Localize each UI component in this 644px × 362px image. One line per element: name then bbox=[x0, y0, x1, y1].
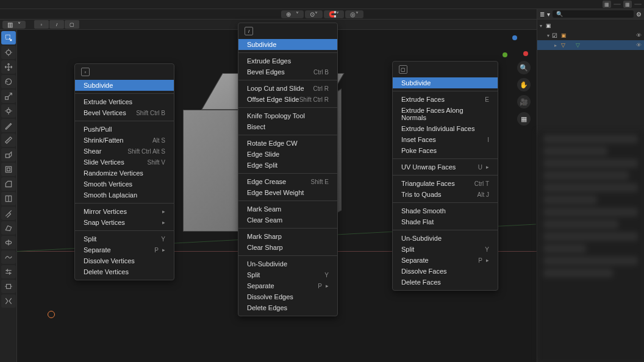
axis-y-ball[interactable] bbox=[503, 52, 507, 57]
rotate-tool[interactable] bbox=[1, 75, 16, 88]
edge-slide-tool[interactable] bbox=[1, 265, 16, 279]
face-menu-delete-faces[interactable]: Delete Faces bbox=[393, 277, 498, 288]
edge-menu-delete-edges[interactable]: Delete Edges bbox=[238, 302, 337, 313]
poly-build-tool[interactable] bbox=[1, 221, 16, 235]
edge-menu-dissolve-edges[interactable]: Dissolve Edges bbox=[238, 291, 337, 302]
layer-browse-icon[interactable]: ▦ bbox=[623, 1, 632, 8]
zoom-icon[interactable]: 🔍 bbox=[517, 61, 531, 74]
edge-menu-split[interactable]: SplitY bbox=[238, 269, 337, 280]
select-box-tool[interactable] bbox=[1, 31, 16, 44]
face-menu-separate[interactable]: SeparateP▸ bbox=[393, 255, 498, 266]
outliner-tree[interactable]: ▾ ▣ ▾ ☑ ▣ 👁 ▸ ▽ ▽ 👁 bbox=[537, 20, 644, 51]
mode-dropdown[interactable]: ▥ ˅ bbox=[2, 21, 26, 29]
scene-name[interactable] bbox=[614, 4, 621, 5]
disclosure-icon[interactable]: ▸ bbox=[554, 43, 557, 48]
edge-menu-offset-edge-slide[interactable]: Offset Edge SlideShift Ctrl R bbox=[238, 94, 337, 105]
proportional-dropdown[interactable]: ◎˅ bbox=[345, 10, 363, 18]
face-menu-dissolve-faces[interactable]: Dissolve Faces bbox=[393, 266, 498, 277]
face-menu-split[interactable]: SplitY bbox=[393, 244, 498, 255]
vertex-menu-snap-vertices[interactable]: Snap Vertices▸ bbox=[75, 217, 174, 228]
face-select-mode[interactable]: ▢ bbox=[65, 20, 79, 29]
filter-icon[interactable]: ⚙ bbox=[636, 11, 642, 18]
vertex-menu-smooth-laplacian[interactable]: Smooth Laplacian bbox=[75, 190, 174, 201]
vertex-menu-delete-vertices[interactable]: Delete Vertices bbox=[75, 266, 174, 277]
vertex-menu-shear[interactable]: ShearShift Ctrl Alt S bbox=[75, 146, 174, 157]
edge-menu-knife-topology-tool[interactable]: Knife Topology Tool bbox=[238, 110, 337, 121]
axis-z-ball[interactable] bbox=[512, 35, 517, 40]
vertex-menu-separate[interactable]: SeparateP▸ bbox=[75, 244, 174, 255]
edge-menu-separate[interactable]: SeparateP▸ bbox=[238, 280, 337, 291]
loop-cut-tool[interactable] bbox=[1, 192, 16, 205]
face-menu-subdivide[interactable]: Subdivide bbox=[393, 77, 498, 88]
edge-context-menu[interactable]: / SubdivideExtrude EdgesBevel EdgesCtrl … bbox=[238, 23, 338, 316]
vertex-menu-shrink-fatten[interactable]: Shrink/FattenAlt S bbox=[75, 135, 174, 146]
cursor-tool[interactable] bbox=[1, 46, 16, 59]
snap-dropdown[interactable]: 🧲˅ bbox=[324, 10, 344, 18]
camera-view-icon[interactable]: 🎥 bbox=[517, 95, 531, 108]
face-menu-shade-flat[interactable]: Shade Flat bbox=[393, 216, 498, 227]
perspective-toggle-icon[interactable]: ▦ bbox=[517, 112, 531, 126]
scale-tool[interactable] bbox=[1, 90, 16, 103]
vertex-menu-slide-vertices[interactable]: Slide VerticesShift V bbox=[75, 157, 174, 168]
edge-select-mode[interactable]: / bbox=[49, 20, 64, 29]
knife-tool[interactable] bbox=[1, 207, 16, 220]
transform-tool[interactable] bbox=[1, 104, 16, 118]
vertex-menu-push-pull[interactable]: Push/Pull bbox=[75, 124, 174, 135]
vertex-menu-mirror-vertices[interactable]: Mirror Vertices▸ bbox=[75, 206, 174, 217]
vertex-select-mode[interactable]: ▫ bbox=[34, 20, 49, 29]
bevel-tool[interactable] bbox=[1, 177, 16, 191]
viewlayer-name[interactable] bbox=[634, 4, 642, 5]
orientation-dropdown[interactable]: ⊕ ˅ bbox=[281, 10, 304, 18]
edge-menu-edge-slide[interactable]: Edge Slide bbox=[238, 149, 337, 160]
shrink-fatten-tool[interactable] bbox=[1, 280, 16, 293]
face-menu-shade-smooth[interactable]: Shade Smooth bbox=[393, 205, 498, 216]
visibility-icon[interactable]: 👁 bbox=[636, 42, 642, 48]
vertex-context-menu[interactable]: ▫ SubdivideExtrude VerticesBevel Vertice… bbox=[74, 63, 174, 280]
face-menu-extrude-faces[interactable]: Extrude FacesE bbox=[393, 94, 498, 105]
vertex-menu-dissolve-vertices[interactable]: Dissolve Vertices bbox=[75, 255, 174, 266]
edge-menu-edge-bevel-weight[interactable]: Edge Bevel Weight bbox=[238, 187, 337, 198]
edge-menu-subdivide[interactable]: Subdivide bbox=[238, 39, 337, 50]
outliner-object-cube[interactable]: ▸ ▽ ▽ 👁 bbox=[537, 40, 644, 50]
vertex-menu-bevel-vertices[interactable]: Bevel VerticesShift Ctrl B bbox=[75, 107, 174, 118]
face-menu-extrude-individual-faces[interactable]: Extrude Individual Faces bbox=[393, 123, 498, 134]
edge-menu-edge-crease[interactable]: Edge CreaseShift E bbox=[238, 176, 337, 187]
nav-gizmo[interactable] bbox=[500, 34, 529, 63]
move-tool[interactable] bbox=[1, 60, 16, 74]
pan-icon[interactable]: ✋ bbox=[517, 78, 531, 91]
disclosure-icon[interactable]: ▾ bbox=[547, 33, 549, 38]
outliner-scene-collection[interactable]: ▾ ▣ bbox=[537, 21, 644, 30]
edge-menu-clear-sharp[interactable]: Clear Sharp bbox=[238, 242, 337, 253]
pivot-dropdown[interactable]: ⊙˅ bbox=[305, 10, 323, 18]
face-menu-extrude-faces-along-normals[interactable]: Extrude Faces Along Normals bbox=[393, 105, 498, 123]
disclosure-icon[interactable]: ▾ bbox=[540, 23, 542, 29]
edge-menu-mark-seam[interactable]: Mark Seam bbox=[238, 204, 337, 215]
face-menu-inset-faces[interactable]: Inset FacesI bbox=[393, 134, 498, 145]
face-menu-poke-faces[interactable]: Poke Faces bbox=[393, 145, 498, 156]
outliner-collection[interactable]: ▾ ☑ ▣ 👁 bbox=[537, 30, 644, 40]
measure-tool[interactable] bbox=[1, 133, 16, 147]
face-menu-tris-to-quads[interactable]: Tris to QuadsAlt J bbox=[393, 189, 498, 200]
outliner-mode-icon[interactable]: ▾ bbox=[547, 11, 550, 18]
face-menu-un-subdivide[interactable]: Un-Subdivide bbox=[393, 233, 498, 244]
annotate-tool[interactable] bbox=[1, 119, 16, 132]
edge-menu-loop-cut-and-slide[interactable]: Loop Cut and SlideCtrl R bbox=[238, 83, 337, 94]
vertex-menu-subdivide[interactable]: Subdivide bbox=[75, 80, 174, 91]
edge-menu-clear-seam[interactable]: Clear Seam bbox=[238, 215, 337, 225]
outliner-search[interactable]: 🔍 bbox=[553, 10, 634, 18]
face-menu-triangulate-faces[interactable]: Triangulate FacesCtrl T bbox=[393, 178, 498, 189]
checkbox-icon[interactable]: ☑ bbox=[552, 32, 557, 39]
vertex-menu-split[interactable]: SplitY bbox=[75, 233, 174, 244]
visibility-icon[interactable]: 👁 bbox=[636, 32, 642, 38]
face-menu-uv-unwrap-faces[interactable]: UV Unwrap FacesU▸ bbox=[393, 161, 498, 172]
edge-menu-bevel-edges[interactable]: Bevel EdgesCtrl B bbox=[238, 66, 337, 77]
extrude-region-tool[interactable] bbox=[1, 148, 16, 161]
edge-menu-extrude-edges[interactable]: Extrude Edges bbox=[238, 55, 337, 66]
3d-cursor[interactable] bbox=[48, 311, 55, 318]
edge-menu-mark-sharp[interactable]: Mark Sharp bbox=[238, 231, 337, 242]
vertex-menu-smooth-vertices[interactable]: Smooth Vertices bbox=[75, 179, 174, 190]
edge-menu-bisect[interactable]: Bisect bbox=[238, 121, 337, 132]
edge-menu-un-subdivide[interactable]: Un-Subdivide bbox=[238, 258, 337, 269]
rip-region-tool[interactable] bbox=[1, 294, 16, 308]
axis-x-ball[interactable] bbox=[523, 51, 528, 56]
